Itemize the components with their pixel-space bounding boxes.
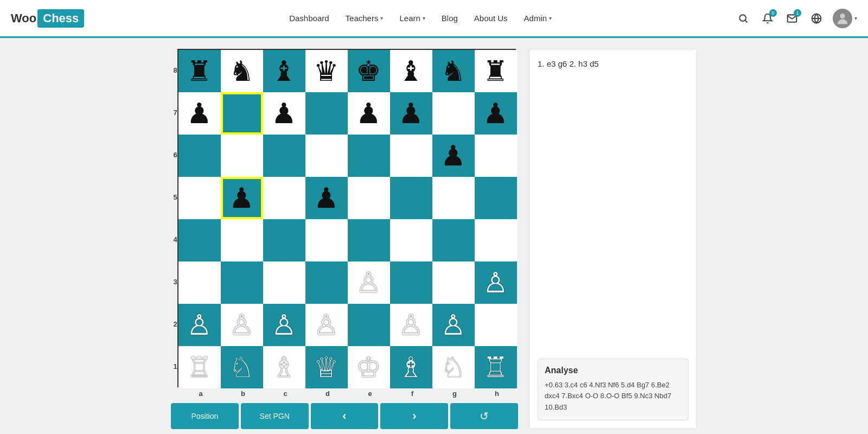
square-e6[interactable] bbox=[348, 135, 390, 177]
messages-button[interactable]: 1 bbox=[784, 10, 800, 27]
board-wrapper: 1 2 3 4 5 6 7 8 ♜ ♞ ♝ ♛ ♚ ♝ ♞ ♜ bbox=[173, 49, 515, 387]
square-g4[interactable] bbox=[432, 219, 475, 261]
square-h4[interactable] bbox=[475, 219, 517, 261]
chevron-down-icon: ▾ bbox=[423, 15, 425, 21]
analyse-box: Analyse +0.63 3.c4 c6 4.Nf3 Nf6 5.d4 Bg7… bbox=[538, 359, 688, 420]
square-b1[interactable]: ♘ bbox=[221, 346, 263, 388]
square-g8[interactable]: ♞ bbox=[432, 50, 475, 92]
square-c3[interactable] bbox=[263, 261, 305, 304]
chess-board-container: 1 2 3 4 5 6 7 8 ♜ ♞ ♝ ♛ ♚ ♝ ♞ ♜ bbox=[171, 49, 518, 429]
file-c: c bbox=[264, 390, 307, 398]
nav-admin[interactable]: Admin ▾ bbox=[524, 14, 552, 23]
rank-7: 7 bbox=[173, 91, 177, 133]
square-c7[interactable]: ♟ bbox=[263, 92, 305, 135]
file-f: f bbox=[391, 390, 433, 398]
notifications-button[interactable]: 0 bbox=[760, 10, 776, 27]
square-d7[interactable] bbox=[305, 92, 348, 135]
square-h5[interactable] bbox=[475, 177, 517, 219]
square-a6[interactable] bbox=[178, 135, 221, 177]
square-d6[interactable] bbox=[305, 135, 348, 177]
square-e7[interactable]: ♟ bbox=[348, 92, 390, 135]
header: WooChess Dashboard Teachers ▾ Learn ▾ Bl… bbox=[0, 0, 868, 38]
globe-button[interactable] bbox=[808, 10, 825, 27]
square-f4[interactable] bbox=[390, 219, 432, 261]
square-f1[interactable]: ♗ bbox=[390, 346, 432, 388]
square-d4[interactable] bbox=[305, 219, 348, 261]
square-a2[interactable]: ♙ bbox=[178, 304, 221, 346]
rank-8: 8 bbox=[173, 49, 177, 91]
file-b: b bbox=[222, 390, 264, 398]
square-e2[interactable] bbox=[348, 304, 390, 346]
header-right: 0 1 ▾ bbox=[735, 9, 857, 28]
search-button[interactable] bbox=[735, 10, 751, 27]
square-c5[interactable] bbox=[263, 177, 305, 219]
square-h1[interactable]: ♖ bbox=[475, 346, 517, 388]
nav-about[interactable]: About Us bbox=[474, 14, 508, 23]
file-g: g bbox=[433, 390, 476, 398]
square-f5[interactable] bbox=[390, 177, 432, 219]
square-c8[interactable]: ♝ bbox=[263, 50, 305, 92]
square-e4[interactable] bbox=[348, 219, 390, 261]
square-h3[interactable]: ♙ bbox=[475, 261, 517, 304]
square-a7[interactable]: ♟ bbox=[178, 92, 221, 135]
square-f8[interactable]: ♝ bbox=[390, 50, 432, 92]
square-d3[interactable] bbox=[305, 261, 348, 304]
nav-dashboard[interactable]: Dashboard bbox=[289, 14, 329, 23]
file-a: a bbox=[180, 390, 222, 398]
square-b8[interactable]: ♞ bbox=[221, 50, 263, 92]
square-d1[interactable]: ♕ bbox=[305, 346, 348, 388]
square-c6[interactable] bbox=[263, 135, 305, 177]
rank-1: 1 bbox=[173, 345, 177, 387]
square-b3[interactable] bbox=[221, 261, 263, 304]
square-h8[interactable]: ♜ bbox=[475, 50, 517, 92]
square-d2[interactable]: ♙ bbox=[305, 304, 348, 346]
moves-notation: 1. e3 g6 2. h3 d5 bbox=[538, 58, 688, 71]
square-b5[interactable]: ♟ bbox=[221, 177, 263, 219]
square-d8[interactable]: ♛ bbox=[305, 50, 348, 92]
analyse-title: Analyse bbox=[545, 366, 681, 375]
square-f7[interactable]: ♟ bbox=[390, 92, 432, 135]
nav-blog[interactable]: Blog bbox=[442, 14, 458, 23]
square-b2[interactable]: ♙ bbox=[221, 304, 263, 346]
square-g3[interactable] bbox=[432, 261, 475, 304]
square-e8[interactable]: ♚ bbox=[348, 50, 390, 92]
square-g7[interactable] bbox=[432, 92, 475, 135]
board-controls: Position Set PGN ‹ › ↺ bbox=[171, 403, 518, 429]
reset-button[interactable]: ↺ bbox=[450, 403, 518, 429]
square-c4[interactable] bbox=[263, 219, 305, 261]
square-d5[interactable]: ♟ bbox=[305, 177, 348, 219]
square-g6[interactable]: ♟ bbox=[432, 135, 475, 177]
chess-board[interactable]: ♜ ♞ ♝ ♛ ♚ ♝ ♞ ♜ ♟ ♟ ♟ ♟ ♟ bbox=[177, 49, 516, 387]
avatar-container[interactable]: ▾ bbox=[833, 9, 857, 28]
square-f2[interactable]: ♙ bbox=[390, 304, 432, 346]
square-f6[interactable] bbox=[390, 135, 432, 177]
square-e3[interactable]: ♙ bbox=[348, 261, 390, 304]
next-button[interactable]: › bbox=[380, 403, 448, 429]
square-g5[interactable] bbox=[432, 177, 475, 219]
nav-learn[interactable]: Learn ▾ bbox=[399, 14, 425, 23]
square-a4[interactable] bbox=[178, 219, 221, 261]
square-a5[interactable] bbox=[178, 177, 221, 219]
square-h6[interactable] bbox=[475, 135, 517, 177]
square-a1[interactable]: ♖ bbox=[178, 346, 221, 388]
square-a3[interactable] bbox=[178, 261, 221, 304]
logo[interactable]: WooChess bbox=[11, 9, 84, 28]
file-h: h bbox=[476, 390, 518, 398]
prev-button[interactable]: ‹ bbox=[311, 403, 379, 429]
set-pgn-button[interactable]: Set PGN bbox=[241, 403, 309, 429]
position-button[interactable]: Position bbox=[171, 403, 239, 429]
square-f3[interactable] bbox=[390, 261, 432, 304]
square-g2[interactable]: ♙ bbox=[432, 304, 475, 346]
square-h7[interactable]: ♟ bbox=[475, 92, 517, 135]
square-a8[interactable]: ♜ bbox=[178, 50, 221, 92]
square-b6[interactable] bbox=[221, 135, 263, 177]
square-e5[interactable] bbox=[348, 177, 390, 219]
square-c2[interactable]: ♙ bbox=[263, 304, 305, 346]
nav-teachers[interactable]: Teachers ▾ bbox=[346, 14, 384, 23]
square-b7[interactable] bbox=[221, 92, 263, 135]
square-h2[interactable] bbox=[475, 304, 517, 346]
square-g1[interactable]: ♘ bbox=[432, 346, 475, 388]
square-c1[interactable]: ♗ bbox=[263, 346, 305, 388]
square-e1[interactable]: ♔ bbox=[348, 346, 390, 388]
square-b4[interactable] bbox=[221, 219, 263, 261]
